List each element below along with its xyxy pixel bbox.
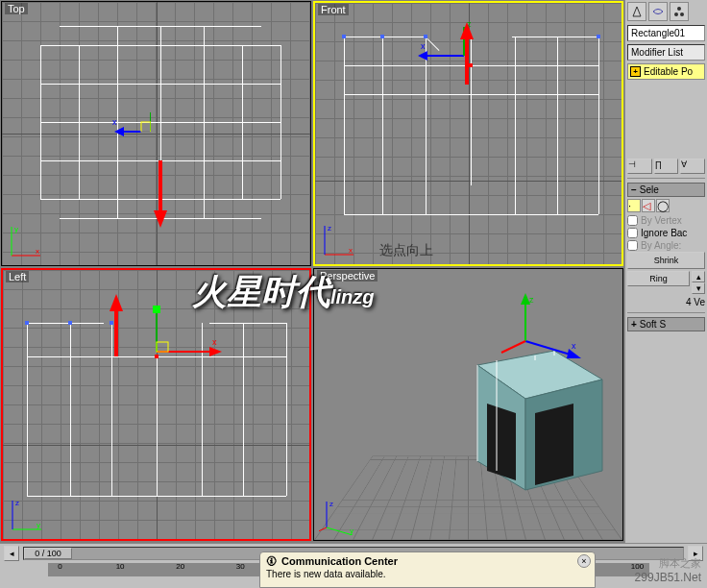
svg-text:x: x (421, 41, 426, 51)
viewport-label: Perspective (317, 270, 378, 282)
svg-text:z: z (328, 224, 331, 233)
transform-gizmo[interactable]: x z (112, 108, 151, 146)
svg-text:z: z (15, 499, 19, 507)
transform-gizmo-3d[interactable]: x z (497, 293, 583, 370)
axis-indicator: x z (320, 221, 358, 259)
svg-text:x: x (36, 247, 39, 256)
ring-down-spinner[interactable]: ▾ (692, 282, 705, 294)
show-result-button[interactable]: ∏ (654, 159, 679, 174)
main-container: Top (0, 0, 707, 543)
axis-indicator: y z (8, 496, 46, 534)
shrink-button[interactable]: Shrink (627, 252, 705, 269)
annotation-text: 选点向上 (379, 242, 433, 259)
footer-watermark: 脚本之家 (659, 556, 701, 571)
popup-title: Communication Center (281, 555, 398, 567)
popup-message: There is new data available. (266, 567, 589, 579)
modifier-stack-item[interactable]: + Editable Po (627, 63, 705, 80)
svg-rect-28 (153, 306, 160, 313)
svg-marker-3 (114, 127, 124, 136)
subobject-level-icons: · ◁ ◯ (627, 199, 705, 212)
modify-tab-icon[interactable] (648, 2, 668, 21)
footer-watermark: 299JB51.Net (635, 571, 701, 584)
svg-marker-15 (418, 51, 427, 61)
edge-level-icon[interactable]: ◁ (642, 199, 655, 212)
by-vertex-checkbox[interactable]: By Vertex (627, 214, 705, 227)
expand-icon[interactable]: + (630, 66, 641, 77)
svg-point-58 (680, 12, 684, 16)
svg-marker-26 (209, 347, 222, 356)
soft-selection-rollout[interactable]: +Soft S (627, 317, 705, 331)
svg-rect-5 (141, 122, 151, 132)
svg-marker-39 (535, 404, 573, 485)
selection-count: 4 Ve (627, 296, 705, 308)
viewport-front[interactable]: Front (313, 1, 623, 266)
make-unique-button[interactable]: ∀ (680, 159, 705, 174)
svg-text:x: x (112, 117, 117, 127)
time-slider-handle[interactable]: 0 / 100 (24, 548, 72, 559)
timeline-prev-button[interactable]: ◂ (4, 546, 19, 561)
hierarchy-tab-icon[interactable] (670, 2, 689, 21)
selection-rollout[interactable]: −Sele (627, 183, 705, 197)
viewport-area: Top (0, 0, 624, 543)
create-tab-icon[interactable] (627, 2, 646, 21)
command-panel-tabs (627, 2, 705, 21)
ring-up-spinner[interactable]: ▴ (692, 271, 705, 282)
viewport-perspective[interactable]: Perspective x z (313, 268, 623, 541)
viewport-left[interactable]: Left (1, 268, 311, 541)
move-arrow-up (457, 22, 476, 85)
svg-line-44 (525, 341, 573, 355)
svg-text:z: z (529, 295, 534, 305)
move-arrow-up (107, 294, 126, 356)
close-button[interactable]: × (577, 554, 591, 568)
svg-point-57 (674, 12, 678, 16)
viewport-label: Front (318, 4, 349, 15)
communication-center-popup: 🛈 Communication Center × There is new da… (259, 551, 596, 588)
axis-indicator: x y (7, 222, 45, 260)
svg-line-53 (319, 527, 327, 533)
svg-text:y: y (350, 527, 354, 535)
svg-marker-1 (154, 210, 167, 228)
svg-text:x: x (572, 341, 576, 351)
svg-line-48 (501, 341, 525, 353)
info-icon: 🛈 (266, 555, 277, 567)
svg-text:x: x (349, 246, 353, 255)
svg-text:z: z (329, 500, 333, 508)
ring-button[interactable]: Ring (627, 271, 690, 286)
svg-point-56 (677, 7, 681, 11)
object-name-field[interactable]: Rectangle01 (627, 25, 705, 41)
command-panel: Rectangle01 Modifier List + Editable Po … (624, 0, 707, 543)
viewport-top[interactable]: Top (1, 1, 311, 266)
viewport-label: Top (5, 3, 28, 14)
by-angle-checkbox[interactable]: By Angle: (627, 239, 705, 252)
viewport-label: Left (6, 271, 29, 282)
svg-marker-38 (487, 404, 516, 480)
pin-stack-button[interactable]: ⊣ (627, 159, 652, 174)
svg-text:y: y (14, 225, 18, 233)
svg-rect-29 (157, 342, 168, 352)
vertex-level-icon[interactable]: · (627, 199, 641, 212)
move-arrow-down (151, 160, 170, 228)
ignore-backfacing-checkbox[interactable]: Ignore Bac (627, 227, 705, 239)
border-level-icon[interactable]: ◯ (656, 199, 670, 212)
modifier-list-dropdown[interactable]: Modifier List (627, 44, 705, 61)
svg-text:y: y (37, 521, 40, 529)
svg-text:x: x (212, 337, 217, 347)
transform-gizmo[interactable]: x (147, 304, 224, 361)
axis-indicator: z y (319, 497, 357, 535)
svg-line-52 (327, 527, 353, 535)
